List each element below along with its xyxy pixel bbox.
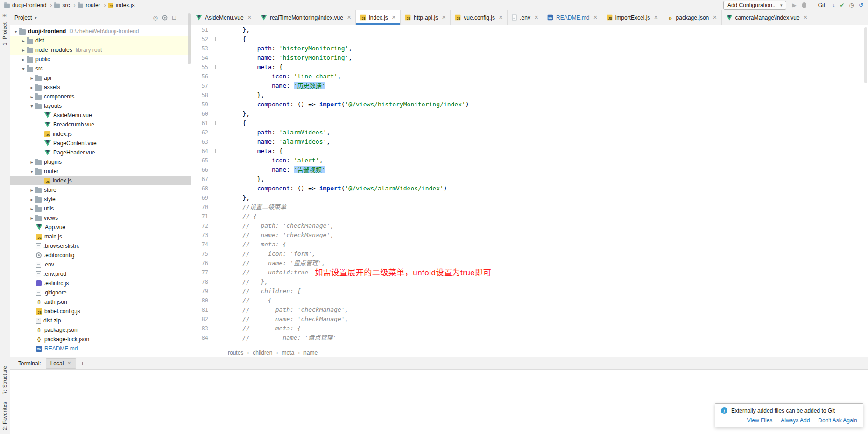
close-tab-icon[interactable]: ✕ — [713, 14, 717, 21]
tree-chevron-icon[interactable]: ▸ — [28, 94, 35, 99]
editor-tab[interactable]: index.js ✕ — [356, 10, 401, 25]
project-panel-title[interactable]: Project — [14, 14, 32, 21]
tree-row[interactable]: ▾ duoji-frontend D:\zheheWeb\duoji-front… — [10, 27, 191, 36]
close-tab-icon[interactable]: ✕ — [392, 14, 396, 21]
breadcrumb-item[interactable]: src › — [54, 2, 75, 8]
tree-row[interactable]: ▾ layouts — [10, 101, 191, 111]
notification-link[interactable]: Always Add — [781, 417, 810, 424]
tree-chevron-icon[interactable]: ▸ — [28, 188, 35, 193]
close-tab-icon[interactable]: ✕ — [654, 14, 658, 21]
toolwindow-grid-icon[interactable]: ⊞ — [2, 13, 7, 19]
editor-tab[interactable]: http-api.js ✕ — [401, 10, 451, 25]
strip-tab-structure[interactable]: 7: Structure — [2, 366, 7, 394]
terminal-tab-local[interactable]: Local ✕ — [46, 358, 76, 369]
strip-tab-favorites[interactable]: 2: Favorites — [2, 402, 7, 430]
tree-chevron-icon[interactable]: ▸ — [20, 48, 27, 53]
tree-row[interactable]: ▾ src — [10, 64, 191, 73]
tree-row[interactable]: ▸ utils — [10, 204, 191, 213]
gear-icon[interactable] — [162, 15, 168, 20]
add-configuration-button[interactable]: Add Configuration... ▾ — [723, 1, 787, 10]
editor-tab[interactable]: vue.config.js ✕ — [451, 10, 508, 25]
git-rollback-icon[interactable]: ↺ — [859, 2, 863, 8]
tree-chevron-icon[interactable]: ▸ — [28, 76, 35, 81]
breadcrumb-item[interactable]: index.js › — [108, 2, 135, 8]
tree-row[interactable]: package.json — [10, 325, 191, 335]
tree-row[interactable]: .browserslistrc — [10, 241, 191, 251]
tree-chevron-icon[interactable]: ▸ — [28, 85, 35, 90]
tree-row[interactable]: ▸ store — [10, 185, 191, 195]
tree-row[interactable]: .env — [10, 260, 191, 269]
editor-tab[interactable]: realTimeMonitoring\index.vue ✕ — [256, 10, 356, 25]
tree-row[interactable]: package-lock.json — [10, 335, 191, 344]
editor-scrollbar[interactable] — [864, 27, 867, 83]
breadcrumb-item[interactable]: children › — [253, 350, 278, 356]
tree-chevron-icon[interactable]: ▸ — [28, 197, 35, 202]
close-tab-icon[interactable]: ✕ — [593, 14, 597, 21]
hide-panel-icon[interactable]: — — [181, 15, 186, 21]
close-tab-icon[interactable]: ✕ — [804, 14, 808, 21]
tree-row[interactable]: ▸ plugins — [10, 157, 191, 167]
code-editor[interactable]: 51 − }, 52 − { 53 − path: 'historyMonito… — [191, 25, 868, 348]
tree-chevron-icon[interactable]: ▾ — [20, 66, 27, 71]
git-history-icon[interactable]: ◷ — [849, 2, 854, 8]
tree-chevron-icon[interactable]: ▸ — [28, 160, 35, 165]
tree-row[interactable]: ▸ public — [10, 55, 191, 64]
tree-row[interactable]: index.js — [10, 129, 191, 139]
tree-row[interactable]: babel.config.js — [10, 307, 191, 316]
editor-tab[interactable]: README.md ✕ — [543, 10, 602, 25]
git-commit-icon[interactable]: ✔ — [840, 2, 844, 8]
editor-tab[interactable]: cameraManage\index.vue ✕ — [722, 10, 812, 25]
tree-row[interactable]: .env.prod — [10, 269, 191, 279]
tree-row[interactable]: PageContent.vue — [10, 139, 191, 148]
tree-chevron-icon[interactable]: ▸ — [20, 57, 27, 62]
tree-row[interactable]: README.md — [10, 344, 191, 353]
git-update-icon[interactable]: ↓ — [832, 2, 835, 8]
close-tab-icon[interactable]: ✕ — [347, 14, 351, 21]
tree-row[interactable]: main.js — [10, 232, 191, 241]
new-terminal-icon[interactable]: + — [81, 360, 85, 367]
tree-row[interactable]: ▸ dist — [10, 36, 191, 45]
breadcrumb-item[interactable]: name › — [303, 350, 318, 356]
breadcrumb-item[interactable]: router › — [77, 2, 106, 8]
notification-link[interactable]: Don't Ask Again — [818, 417, 857, 424]
fold-marker-icon[interactable]: − — [215, 121, 219, 125]
locate-file-icon[interactable]: ◎ — [153, 15, 157, 21]
close-tab-icon[interactable]: ✕ — [499, 14, 503, 21]
tree-row[interactable]: .gitignore — [10, 288, 191, 297]
tree-row[interactable]: ▾ router — [10, 167, 191, 176]
close-tab-icon[interactable]: ✕ — [534, 14, 538, 21]
tree-row[interactable]: .editorconfig — [10, 251, 191, 260]
editor-tab[interactable]: package.json ✕ — [663, 10, 722, 25]
close-terminal-tab-icon[interactable]: ✕ — [67, 360, 71, 366]
breadcrumb-item[interactable]: meta › — [282, 350, 300, 356]
tree-row[interactable]: ▸ assets — [10, 83, 191, 92]
tree-row[interactable]: .eslintrc.js — [10, 279, 191, 288]
tree-row[interactable]: AsideMenu.vue — [10, 111, 191, 120]
fold-marker-icon[interactable]: − — [215, 37, 219, 41]
tree-row[interactable]: Breadcrumb.vue — [10, 120, 191, 129]
tree-chevron-icon[interactable]: ▾ — [28, 104, 35, 109]
editor-tab[interactable]: .env ✕ — [508, 10, 543, 25]
tree-chevron-icon[interactable]: ▸ — [20, 38, 27, 43]
fold-marker-icon[interactable]: − — [215, 65, 219, 69]
tree-row[interactable]: App.vue — [10, 223, 191, 232]
notification-link[interactable]: View Files — [747, 417, 772, 424]
tree-row[interactable]: PageHeader.vue — [10, 148, 191, 157]
breadcrumb-item[interactable]: duoji-frontend › — [4, 2, 52, 8]
tree-row[interactable]: ▸ components — [10, 92, 191, 101]
fold-marker-icon[interactable]: − — [215, 149, 219, 153]
strip-tab-project[interactable]: 1: Project — [2, 22, 7, 45]
tree-chevron-icon[interactable]: ▸ — [28, 216, 35, 221]
editor-tab[interactable]: importExcel.js ✕ — [602, 10, 663, 25]
collapse-all-icon[interactable]: ⊟ — [172, 15, 176, 21]
close-tab-icon[interactable]: ✕ — [247, 14, 252, 21]
editor-tab[interactable]: AsideMenu.vue ✕ — [191, 10, 256, 25]
tree-row[interactable]: index.js — [10, 176, 191, 185]
tree-chevron-icon[interactable]: ▾ — [13, 29, 19, 34]
breadcrumb-item[interactable]: routes › — [228, 350, 249, 356]
tree-chevron-icon[interactable]: ▸ — [28, 206, 35, 211]
run-icon[interactable]: ▶ — [792, 2, 796, 8]
tree-row[interactable]: dist.zip — [10, 316, 191, 325]
chevron-down-icon[interactable]: ▾ — [35, 15, 37, 20]
debug-icon[interactable] — [802, 2, 806, 8]
